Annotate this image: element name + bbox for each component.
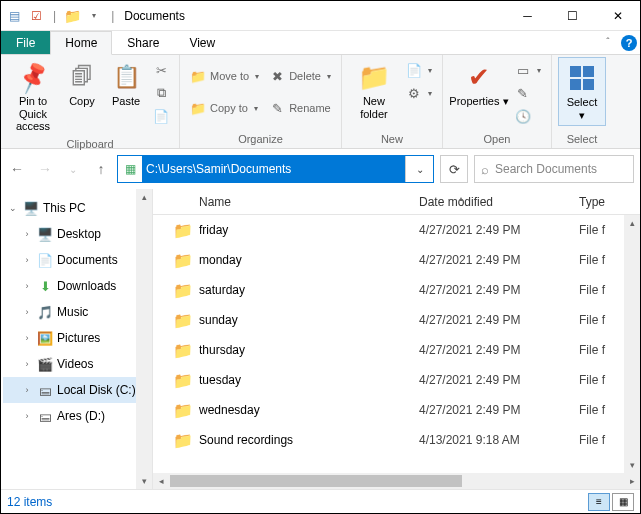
file-row[interactable]: 📁saturday4/27/2021 2:49 PMFile f: [153, 275, 640, 305]
collapse-icon[interactable]: ⌄: [7, 203, 19, 213]
expand-icon[interactable]: ›: [21, 281, 33, 291]
large-icons-view-button[interactable]: ▦: [612, 493, 634, 511]
scroll-down-icon[interactable]: ▾: [136, 473, 152, 489]
column-headers[interactable]: Name Date modified▴ Type: [153, 189, 640, 215]
horizontal-scrollbar[interactable]: ◂ ▸: [153, 473, 640, 489]
file-row[interactable]: 📁tuesday4/27/2021 2:49 PMFile f: [153, 365, 640, 395]
file-type: File f: [579, 223, 605, 237]
new-item-button[interactable]: 📄▾: [402, 59, 436, 81]
file-row[interactable]: 📁wednesday4/27/2021 2:49 PMFile f: [153, 395, 640, 425]
file-row[interactable]: 📁thursday4/27/2021 2:49 PMFile f: [153, 335, 640, 365]
scroll-up-icon[interactable]: ▴: [136, 189, 152, 205]
details-view-button[interactable]: ≡: [588, 493, 610, 511]
new-folder-button[interactable]: 📁 New folder: [348, 57, 400, 124]
tree-item-downloads[interactable]: ›⬇Downloads: [3, 273, 152, 299]
qat-properties-icon[interactable]: ☑: [27, 7, 45, 25]
new-folder-label: New folder: [360, 95, 388, 120]
expand-icon[interactable]: ›: [21, 359, 33, 369]
tree-ares[interactable]: › 🖴 Ares (D:): [3, 403, 152, 429]
rename-button[interactable]: ✎Rename: [265, 97, 335, 119]
tree-item-music[interactable]: ›🎵Music: [3, 299, 152, 325]
select-label: Select: [567, 96, 598, 108]
drive-icon: 🖴: [37, 409, 53, 424]
scroll-up-icon[interactable]: ▴: [624, 215, 640, 231]
file-date: 4/27/2021 2:49 PM: [419, 343, 579, 357]
file-row[interactable]: 📁sunday4/27/2021 2:49 PMFile f: [153, 305, 640, 335]
refresh-button[interactable]: ⟳: [440, 155, 468, 183]
tab-home[interactable]: Home: [50, 31, 112, 55]
column-date[interactable]: Date modified▴: [419, 195, 579, 209]
chevron-down-icon: ▾: [537, 66, 541, 75]
tree-item-documents[interactable]: ›📄Documents: [3, 247, 152, 273]
tab-view[interactable]: View: [174, 31, 230, 54]
paste-button[interactable]: 📋 Paste: [105, 57, 147, 112]
file-row[interactable]: 📁Sound recordings4/13/2021 9:18 AMFile f: [153, 425, 640, 455]
expand-icon[interactable]: ›: [21, 411, 33, 421]
expand-icon[interactable]: ›: [21, 307, 33, 317]
search-box[interactable]: ⌕ Search Documents: [474, 155, 634, 183]
copy-to-button[interactable]: 📁Copy to▾: [186, 97, 263, 119]
cut-button[interactable]: ✂: [149, 59, 173, 81]
file-row[interactable]: 📁friday4/27/2021 2:49 PMFile f: [153, 215, 640, 245]
back-button[interactable]: ←: [7, 159, 27, 179]
scroll-left-icon[interactable]: ◂: [153, 476, 169, 486]
folder-icon: 📁: [173, 341, 199, 360]
expand-icon[interactable]: ›: [21, 255, 33, 265]
copy-button[interactable]: 🗐 Copy: [61, 57, 103, 112]
help-button[interactable]: ?: [618, 31, 640, 54]
file-type: File f: [579, 283, 605, 297]
tree-item-label: Downloads: [57, 279, 116, 293]
pin-to-quick-access-button[interactable]: 📌 Pin to Quick access: [7, 57, 59, 137]
easy-access-button[interactable]: ⚙▾: [402, 82, 436, 104]
qat-app-icon[interactable]: ▤: [5, 7, 23, 25]
tree-local-disk[interactable]: › 🖴 Local Disk (C:): [3, 377, 152, 403]
scroll-thumb[interactable]: [170, 475, 462, 487]
open-button[interactable]: ▭▾: [511, 59, 545, 81]
paste-shortcut-button[interactable]: 📄: [149, 105, 173, 127]
expand-icon[interactable]: ›: [21, 333, 33, 343]
address-bar[interactable]: ▦ ⌄: [117, 155, 434, 183]
forward-button[interactable]: →: [35, 159, 55, 179]
tree-item-pictures[interactable]: ›🖼️Pictures: [3, 325, 152, 351]
history-button[interactable]: 🕓: [511, 105, 545, 127]
tree-item-videos[interactable]: ›🎬Videos: [3, 351, 152, 377]
expand-icon[interactable]: ›: [21, 385, 33, 395]
paste-label: Paste: [112, 95, 140, 108]
close-button[interactable]: ✕: [595, 1, 640, 31]
column-name[interactable]: Name: [199, 195, 419, 209]
copy-icon: 🗐: [71, 64, 93, 90]
tab-file[interactable]: File: [1, 31, 50, 54]
address-icon[interactable]: ▦: [118, 162, 142, 176]
folder-icon: 📁: [64, 8, 81, 24]
tree-label: This PC: [43, 201, 86, 215]
qat-dropdown-icon[interactable]: ▾: [85, 7, 103, 25]
address-dropdown[interactable]: ⌄: [405, 156, 433, 182]
recent-locations-button[interactable]: ⌄: [63, 159, 83, 179]
address-input[interactable]: [142, 156, 405, 182]
tree-item-label: Music: [57, 305, 88, 319]
select-button[interactable]: Select▾: [558, 57, 606, 126]
move-to-button[interactable]: 📁Move to▾: [186, 65, 263, 87]
maximize-button[interactable]: ☐: [550, 1, 595, 31]
tree-item-desktop[interactable]: ›🖥️Desktop: [3, 221, 152, 247]
minimize-button[interactable]: ─: [505, 1, 550, 31]
properties-button[interactable]: ✔ Properties ▾: [449, 57, 509, 112]
column-type[interactable]: Type: [579, 195, 605, 209]
up-button[interactable]: ↑: [91, 159, 111, 179]
tab-share[interactable]: Share: [112, 31, 174, 54]
tree-item-label: Pictures: [57, 331, 100, 345]
navigation-pane[interactable]: ⌄ 🖥️ This PC ›🖥️Desktop›📄Documents›⬇Down…: [1, 189, 153, 489]
delete-button[interactable]: ✖Delete▾: [265, 65, 335, 87]
scroll-right-icon[interactable]: ▸: [624, 476, 640, 486]
copy-label: Copy: [69, 95, 95, 108]
file-row[interactable]: 📁monday4/27/2021 2:49 PMFile f: [153, 245, 640, 275]
vertical-scrollbar[interactable]: ▴ ▾: [624, 215, 640, 473]
tree-this-pc[interactable]: ⌄ 🖥️ This PC: [3, 195, 152, 221]
copy-path-button[interactable]: ⧉: [149, 82, 173, 104]
scroll-down-icon[interactable]: ▾: [624, 457, 640, 473]
expand-icon[interactable]: ›: [21, 229, 33, 239]
edit-button[interactable]: ✎: [511, 82, 545, 104]
file-type: File f: [579, 343, 605, 357]
ribbon-collapse-icon[interactable]: ˆ: [598, 31, 618, 54]
tree-scrollbar[interactable]: ▴ ▾: [136, 189, 152, 489]
